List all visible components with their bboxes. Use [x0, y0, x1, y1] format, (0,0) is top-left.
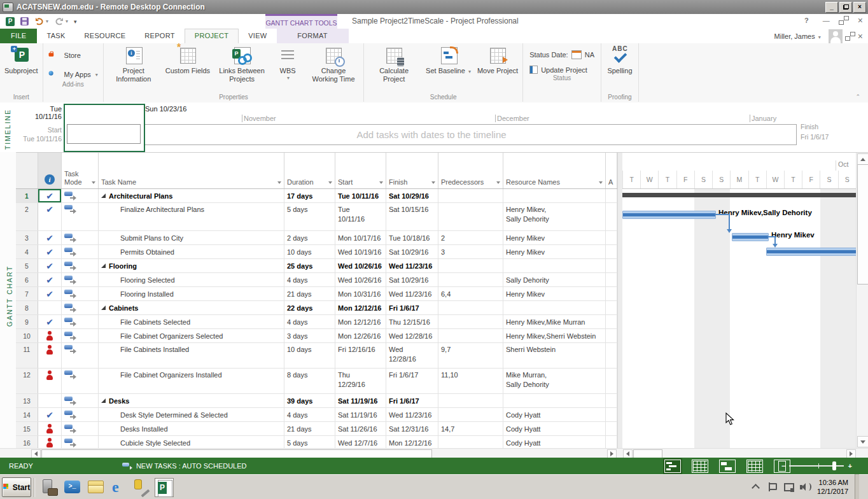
gantt-task-bar[interactable] [622, 211, 716, 219]
duration-cell[interactable]: 4 days [284, 315, 335, 328]
task-mode-cell[interactable] [62, 301, 99, 314]
app-close-button[interactable]: × [858, 15, 863, 25]
task-name-cell[interactable]: Permits Obtained [99, 245, 284, 258]
start-cell[interactable]: Wed 10/19/16 [335, 245, 386, 258]
task-name-cell[interactable]: Finalize Architectural Plans [99, 203, 284, 230]
tab-format[interactable]: FORMAT [277, 29, 349, 43]
start-cell[interactable]: Mon 12/12/16 [335, 315, 386, 328]
task-name-cell[interactable]: File Cabinets Selected [99, 315, 284, 328]
resource-names-cell[interactable]: Cody Hyatt [503, 436, 606, 448]
predecessors-cell[interactable] [438, 301, 503, 314]
filter-arrow-icon[interactable] [379, 181, 383, 184]
collapse-ribbon-icon[interactable]: ⌃ [855, 94, 860, 100]
task-mode-cell[interactable] [62, 273, 99, 286]
task-name-cell[interactable]: Desk Style Determined & Selected [99, 408, 284, 421]
resource-names-cell[interactable]: Mike Murran, Sally Dehority [503, 369, 606, 393]
table-scroll-right-arrow[interactable] [607, 449, 617, 458]
start-cell[interactable]: Sat 11/19/16 [335, 408, 386, 421]
column-header-res[interactable]: Resource Names [503, 153, 606, 188]
gantt-task-bar[interactable] [732, 233, 769, 241]
move-project-button[interactable]: Move Project [474, 44, 521, 76]
predecessors-cell[interactable] [438, 203, 503, 230]
finish-cell[interactable]: Sat 10/15/16 [386, 203, 438, 230]
rdp-restore-button[interactable] [839, 2, 852, 13]
column-header-dur[interactable]: Duration [284, 153, 335, 188]
tab-project[interactable]: PROJECT [185, 29, 239, 43]
start-cell[interactable]: Wed 10/26/16 [335, 259, 386, 272]
indicator-cell[interactable] [38, 422, 62, 435]
finish-cell[interactable]: Fri 1/6/17 [386, 394, 438, 407]
predecessors-cell[interactable] [438, 189, 503, 202]
add-new-column-cell[interactable] [606, 301, 617, 314]
wbs-button[interactable]: WBS▾ [270, 44, 305, 81]
indicator-cell[interactable] [38, 329, 62, 342]
finish-cell[interactable]: Sat 12/31/16 [386, 422, 438, 435]
column-header-finish[interactable]: Finish [386, 153, 438, 188]
add-new-column-cell[interactable] [606, 245, 617, 258]
gantt-scroll-left-arrow[interactable] [623, 449, 633, 458]
predecessors-cell[interactable]: 11,10 [438, 369, 503, 393]
row-number[interactable]: 6 [16, 273, 38, 286]
resource-names-cell[interactable]: Cody Hyatt [503, 408, 606, 421]
change-working-time-button[interactable]: Change Working Time [305, 44, 362, 84]
task-name-cell[interactable]: Flooring Selected [99, 273, 284, 286]
table-row-15[interactable]: 15Desks Installed21 daysSat 11/26/16Sat … [16, 422, 617, 436]
add-new-column-cell[interactable] [606, 422, 617, 435]
task-mode-cell[interactable] [62, 436, 99, 448]
filter-arrow-icon[interactable] [92, 181, 95, 184]
start-cell[interactable]: Mon 12/26/16 [335, 329, 386, 342]
network-icon[interactable] [783, 481, 794, 493]
task-mode-cell[interactable] [62, 287, 99, 300]
row-number[interactable]: 11 [16, 343, 38, 368]
resource-names-cell[interactable]: Henry Mikev,Mike Murran [503, 315, 606, 328]
row-number[interactable]: 10 [16, 329, 38, 342]
set-baseline-button[interactable]: Set Baseline ▾ [423, 44, 474, 76]
vertical-scrollbar[interactable] [856, 153, 868, 448]
filter-arrow-icon[interactable] [277, 181, 281, 184]
finish-cell[interactable]: Fri 1/6/17 [386, 301, 438, 314]
project-information-button[interactable]: iProject Information [105, 44, 162, 84]
start-cell[interactable]: Fri 12/16/16 [335, 343, 386, 368]
add-new-column-cell[interactable] [606, 203, 617, 230]
add-new-column-cell[interactable] [606, 394, 617, 407]
store-button[interactable]: Store [48, 50, 98, 61]
table-scroll-left-arrow[interactable] [31, 449, 41, 458]
table-row-1[interactable]: 1✔Architectural Plans17 daysTue 10/11/16… [16, 189, 617, 203]
task-mode-cell[interactable] [62, 343, 99, 368]
gantt-chart-pane[interactable]: Oct TWTFSSMTWTFSS Henry Mikev,Sally Deho… [622, 153, 856, 448]
add-new-column-cell[interactable] [606, 231, 617, 244]
row-number[interactable]: 14 [16, 408, 38, 421]
finish-cell[interactable]: Wed 11/23/16 [386, 259, 438, 272]
deployment-tools-icon[interactable] [132, 478, 151, 497]
row-number[interactable]: 4 [16, 245, 38, 258]
gantt-chart-view-button[interactable] [663, 458, 682, 474]
start-cell[interactable]: Tue 10/11/16 [335, 189, 386, 202]
duration-cell[interactable]: 21 days [284, 287, 335, 300]
update-project-button[interactable]: Update Project [529, 66, 594, 74]
resource-names-cell[interactable] [503, 189, 606, 202]
collapse-triangle-icon[interactable] [101, 193, 106, 198]
calculate-project-button[interactable]: Calculate Project [365, 44, 423, 84]
tab-report[interactable]: REPORT [135, 29, 184, 43]
column-header-addnew[interactable]: A [606, 153, 617, 188]
table-row-11[interactable]: 11File Cabinets Installed10 daysFri 12/1… [16, 343, 617, 369]
gantt-scrollbar-thumb[interactable] [633, 449, 662, 458]
task-name-cell[interactable]: Desks Installed [99, 422, 284, 435]
resource-names-cell[interactable] [503, 259, 606, 272]
duration-cell[interactable]: 5 days [284, 203, 335, 230]
help-button[interactable]: ? [804, 17, 809, 24]
table-row-2[interactable]: 2✔Finalize Architectural Plans5 daysTue … [16, 203, 617, 231]
row-number[interactable]: 8 [16, 301, 38, 314]
task-usage-view-button[interactable] [690, 458, 710, 474]
duration-cell[interactable]: 10 days [284, 245, 335, 258]
gantt-summary-bar[interactable] [622, 193, 856, 197]
indicator-cell[interactable]: ✔ [38, 231, 62, 244]
spelling-button[interactable]: ABCSpelling [603, 44, 637, 76]
row-number[interactable]: 2 [16, 203, 38, 230]
row-number[interactable]: 9 [16, 315, 38, 328]
zoom-slider-handle[interactable] [832, 461, 836, 470]
duration-cell[interactable]: 22 days [284, 301, 335, 314]
filter-arrow-icon[interactable] [328, 181, 332, 184]
finish-cell[interactable]: Thu 12/15/16 [386, 315, 438, 328]
predecessors-cell[interactable]: 6,4 [438, 287, 503, 300]
